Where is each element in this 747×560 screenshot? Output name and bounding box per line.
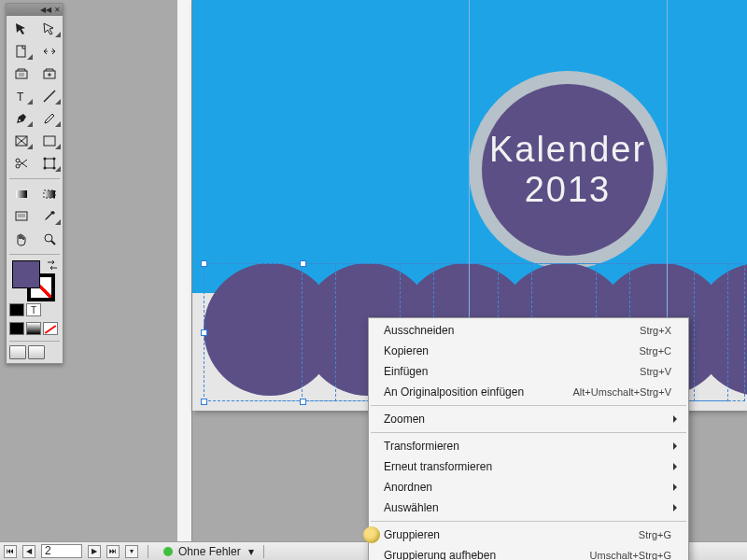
rectangle-tool[interactable]	[36, 131, 63, 151]
tools-panel-header[interactable]: ◀◀ ✕	[7, 4, 63, 16]
panel-close-icon[interactable]: ✕	[54, 7, 61, 14]
formatting-container-icon[interactable]	[9, 303, 24, 316]
preflight-status-text: Ohne Fehler	[178, 545, 241, 558]
zoom-tool[interactable]	[36, 229, 63, 249]
context-menu-shortcut: Strg+G	[639, 529, 671, 540]
svg-line-22	[51, 241, 55, 245]
svg-point-10	[16, 159, 20, 162]
context-menu-item[interactable]: Erneut transformieren	[369, 456, 688, 477]
selection-handle[interactable]	[300, 399, 306, 405]
selection-tool[interactable]	[8, 19, 35, 39]
direct-selection-tool[interactable]	[36, 19, 63, 39]
eyedropper-tool[interactable]	[36, 206, 63, 227]
context-menu-label: Anordnen	[384, 481, 671, 494]
context-menu-label: Erneut transformieren	[384, 460, 671, 473]
page-prev-button[interactable]: ◀	[22, 545, 35, 558]
svg-rect-9	[44, 136, 55, 146]
svg-rect-17	[16, 190, 27, 198]
free-transform-tool[interactable]	[36, 153, 63, 174]
svg-rect-1	[16, 71, 27, 78]
context-menu-separator	[371, 405, 686, 406]
toolbox-separator	[9, 254, 60, 255]
page-dropdown-button[interactable]: ▾	[125, 545, 138, 558]
hand-tool[interactable]	[8, 229, 35, 249]
selection-handle[interactable]	[201, 329, 207, 336]
context-menu-shortcut: Strg+X	[640, 325, 671, 336]
page-tool[interactable]	[8, 41, 35, 62]
svg-point-15	[44, 167, 47, 170]
context-menu-item[interactable]: An Originalposition einfügenAlt+Umschalt…	[369, 382, 688, 402]
title-line-2: 2013	[525, 170, 612, 210]
tools-panel[interactable]: ◀◀ ✕ T	[6, 3, 63, 364]
svg-point-16	[53, 167, 56, 170]
svg-point-21	[45, 234, 52, 242]
svg-rect-12	[45, 159, 54, 168]
context-menu-item[interactable]: KopierenStrg+C	[369, 341, 688, 361]
context-menu-item[interactable]: Anordnen	[369, 477, 688, 497]
context-menu-label: Transformieren	[384, 440, 671, 453]
note-tool[interactable]	[8, 206, 35, 227]
view-mode-preview[interactable]	[28, 345, 45, 359]
context-menu-shortcut: Strg+V	[640, 366, 671, 377]
context-menu-item[interactable]: GruppierenStrg+G	[369, 525, 688, 545]
svg-point-5	[19, 119, 21, 121]
svg-point-13	[44, 158, 47, 161]
panel-collapse-icon[interactable]: ◀◀	[40, 7, 51, 14]
status-separator	[263, 545, 264, 558]
selection-handle[interactable]	[300, 260, 306, 267]
context-menu-item[interactable]: EinfügenStrg+V	[369, 361, 688, 382]
gradient-swatch-tool[interactable]	[8, 184, 35, 204]
context-menu[interactable]: AusschneidenStrg+XKopierenStrg+CEinfügen…	[368, 317, 689, 560]
apply-gradient-icon[interactable]	[26, 322, 41, 335]
context-menu-shortcut: Strg+C	[639, 345, 671, 357]
svg-point-11	[16, 164, 20, 168]
context-menu-item[interactable]: Gruppierung aufhebenUmschalt+Strg+G	[369, 545, 688, 560]
selection-handle[interactable]	[201, 399, 207, 405]
preflight-dropdown-icon[interactable]: ▾	[248, 545, 254, 558]
content-placer-tool[interactable]	[36, 63, 63, 84]
selection-handle[interactable]	[201, 260, 207, 267]
fill-swatch[interactable]	[12, 260, 40, 288]
scissors-tool[interactable]	[8, 153, 35, 174]
svg-rect-0	[17, 46, 25, 57]
context-menu-item[interactable]: Auswählen	[369, 497, 688, 518]
svg-rect-18	[44, 190, 55, 198]
toolbox-separator	[9, 341, 60, 342]
type-tool[interactable]: T	[8, 86, 35, 106]
pen-tool[interactable]	[8, 108, 35, 129]
page-next-button[interactable]: ▶	[88, 545, 101, 558]
context-menu-label: Auswählen	[384, 501, 671, 514]
preflight-status-icon	[163, 547, 173, 556]
context-menu-shortcut: Umschalt+Strg+G	[590, 550, 671, 560]
status-separator	[148, 545, 148, 558]
page-first-button[interactable]: ⏮	[4, 545, 17, 558]
context-menu-label: Zoomen	[384, 413, 671, 426]
context-menu-label: Kopieren	[384, 344, 639, 357]
context-menu-shortcut: Alt+Umschalt+Strg+V	[573, 386, 671, 398]
toolbox-separator	[9, 178, 60, 179]
context-menu-label: Gruppieren	[384, 528, 639, 541]
pencil-tool[interactable]	[36, 108, 63, 129]
page-number-field[interactable]: 2	[41, 544, 82, 558]
swap-fill-stroke-icon[interactable]	[46, 259, 59, 272]
context-menu-item[interactable]: Zoomen	[369, 409, 688, 429]
context-menu-separator	[371, 432, 686, 433]
gradient-feather-tool[interactable]	[36, 184, 63, 204]
context-menu-label: Einfügen	[384, 365, 640, 378]
context-menu-item[interactable]: Transformieren	[369, 436, 688, 456]
context-menu-label: An Originalposition einfügen	[384, 385, 573, 399]
context-menu-item[interactable]: AusschneidenStrg+X	[369, 320, 688, 341]
svg-line-4	[44, 91, 55, 102]
apply-color-icon[interactable]	[9, 322, 24, 335]
apply-none-icon[interactable]	[43, 322, 58, 335]
content-collector-tool[interactable]	[8, 63, 35, 84]
rectangle-frame-tool[interactable]	[8, 131, 35, 151]
page-last-button[interactable]: ⏭	[106, 545, 120, 558]
svg-text:T: T	[17, 91, 24, 104]
line-tool[interactable]	[36, 86, 63, 106]
fill-stroke-swatch[interactable]	[7, 257, 63, 301]
formatting-text-icon[interactable]: T	[26, 303, 41, 316]
title-line-1: Kalender	[489, 130, 646, 170]
view-mode-normal[interactable]	[9, 345, 26, 359]
gap-tool[interactable]	[36, 41, 63, 62]
